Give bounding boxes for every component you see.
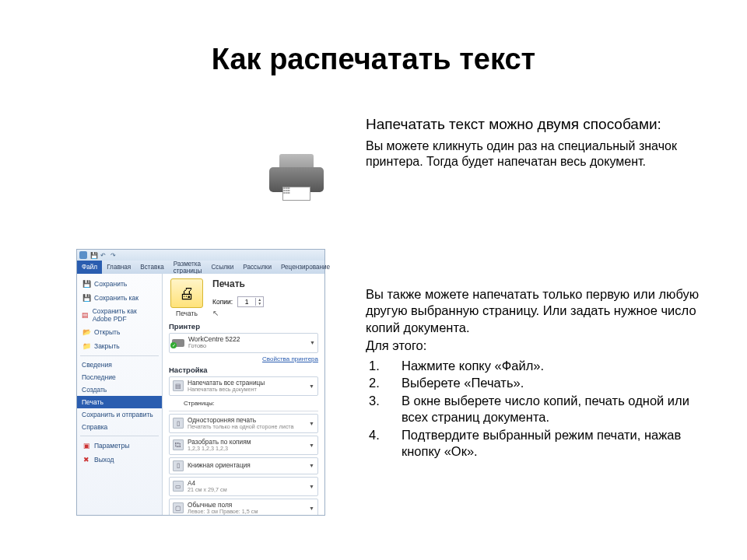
page-title: Как распечатать текст [0,0,747,76]
tab-mailings[interactable]: Рассылки [238,261,276,274]
printer-section-title: Принтер [169,322,318,331]
nav-exit[interactable]: ✖Выход [77,453,162,467]
settings-section-title: Настройка [169,366,318,374]
step-row: 2.Выберете «Печать». [366,375,700,391]
tab-insert[interactable]: Вставка [135,261,168,274]
nav-open[interactable]: 📂Открыть [77,325,162,339]
printer-properties-link[interactable]: Свойства принтера [169,355,318,362]
pdf-icon: ▤ [82,310,89,320]
setting-pages[interactable]: ▤ Напечатать все страницы Напечатать вес… [169,376,318,396]
nav-new[interactable]: Создать [77,383,162,396]
save-icon: 💾 [82,279,91,289]
setting-collate[interactable]: ⿻ Разобрать по копиям 1,2,3 1,2,3 1,2,3 … [169,436,318,455]
printer-status: Готово [188,343,306,349]
nav-close[interactable]: 📁Закрыть [77,339,162,353]
nav-print[interactable]: Печать [77,396,162,408]
setting-margins[interactable]: ▢ Обычные поля Левое: 3 см Правое: 1,5 с… [169,499,318,515]
printer-selector[interactable]: ✓ WorkCentre 5222 Готово ▼ [169,333,318,353]
nav-share[interactable]: Сохранить и отправить [77,408,162,421]
setting-sides[interactable]: ▯ Односторонняя печать Печатать только н… [169,414,318,433]
ribbon-tabs: Файл Главная Вставка Разметка страницы С… [77,261,324,274]
undo-icon[interactable]: ↶ [100,252,107,259]
nav-save-pdf[interactable]: ▤Сохранить как Adobe PDF [77,305,162,325]
copies-label: Копии: [212,298,233,306]
pages-field-label: Страницы: [169,398,318,408]
print-heading: Печать [212,278,264,289]
chevron-down-icon: ▼ [309,443,314,448]
instr-p2: Для этого: [366,338,700,354]
printer-icon: 🖨 [179,285,195,303]
intro-body: Вы можете кликнуть один раз на специальн… [366,138,689,170]
redo-icon[interactable]: ↷ [110,252,117,259]
tab-references[interactable]: Ссылки [206,261,238,274]
printer-illustration-icon: ========= [265,148,328,212]
collate-icon: ⿻ [173,439,184,450]
quick-access-toolbar: 💾 ↶ ↷ [77,250,324,261]
instructions-block: Вы также можете напечатать только первую… [366,286,700,460]
chevron-down-icon: ▼ [309,421,314,426]
word-app-icon [79,251,87,259]
tab-layout[interactable]: Разметка страницы [169,261,207,274]
step-row: 3.В окне выберете число копий, печать од… [366,393,700,426]
portrait-icon: ▯ [173,460,184,471]
nav-save-as[interactable]: 💾Сохранить как [77,291,162,305]
copies-spinner[interactable]: 1 ▲▼ [237,296,264,307]
step-row: 1.Нажмите копку «Файл». [366,358,700,374]
print-panel: 🖨 Печать Печать Копии: 1 ▲▼ ↖ Принтер [163,274,324,515]
printer-status-icon: ✓ [172,338,184,348]
chevron-down-icon: ▼ [309,484,314,489]
tab-review[interactable]: Рецензирование [276,261,335,274]
word-print-screenshot: 💾 ↶ ↷ Файл Главная Вставка Разметка стра… [76,249,325,516]
setting-paper[interactable]: ▭ A4 21 см x 29,7 см ▼ [169,477,318,496]
intro-block: Напечатать текст можно двумя способами: … [366,115,689,170]
margins-icon: ▢ [173,502,184,513]
exit-icon: ✖ [82,455,91,464]
chevron-down-icon: ▼ [309,506,314,511]
copies-value: 1 [238,298,255,306]
chevron-down-icon: ▼ [309,383,314,389]
chevron-down-icon: ▼ [309,463,314,468]
setting-orientation[interactable]: ▯ Книжная ориентация ▼ [169,457,318,474]
instr-p1: Вы также можете напечатать только первую… [366,286,700,336]
nav-help[interactable]: Справка [77,421,162,433]
nav-recent[interactable]: Последние [77,371,162,383]
tab-file[interactable]: Файл [77,261,102,274]
paper-icon: ▭ [173,481,184,492]
backstage-nav: 💾Сохранить 💾Сохранить как ▤Сохранить как… [77,274,163,515]
options-icon: ▣ [82,441,91,450]
close-icon: 📁 [82,341,91,351]
step-row: 4.Подтвердите выбранный режим печати, на… [366,427,700,460]
nav-save[interactable]: 💾Сохранить [77,277,162,291]
cursor-icon: ↖ [212,309,264,317]
nav-info[interactable]: Сведения [77,359,162,371]
one-sided-icon: ▯ [173,418,184,429]
intro-heading: Напечатать текст можно двумя способами: [366,115,689,134]
save-icon[interactable]: 💾 [90,252,97,259]
tab-home[interactable]: Главная [102,261,135,274]
down-arrow-icon[interactable]: ▼ [258,302,261,306]
print-button[interactable]: 🖨 Печать [169,278,205,317]
chevron-down-icon: ▼ [310,340,315,345]
nav-options[interactable]: ▣Параметры [77,439,162,453]
open-icon: 📂 [82,327,91,337]
save-as-icon: 💾 [82,293,91,303]
pages-icon: ▤ [173,380,184,391]
